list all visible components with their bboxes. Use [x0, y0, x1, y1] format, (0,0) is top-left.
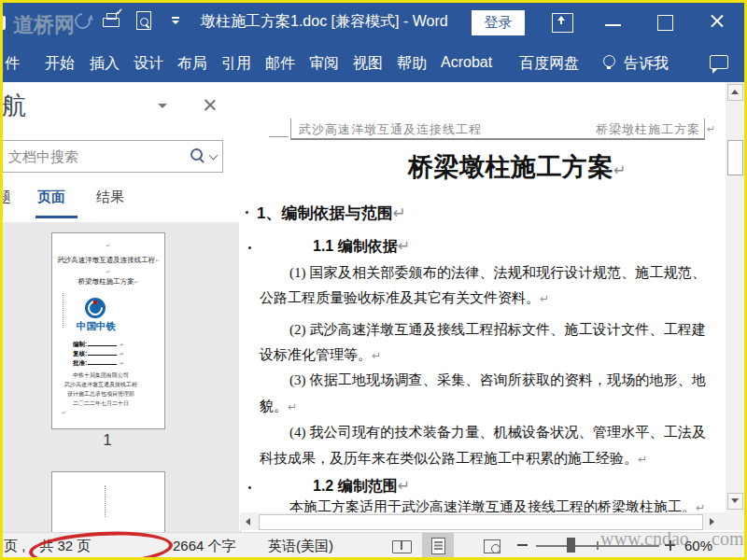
document-canvas[interactable]: 武沙高速洋墩互通及连接线工程 桥梁墩柱施工方案 ↵ 桥梁墩柱施工方案↵ 1、编制… — [240, 82, 726, 512]
crec-logo-text: 中国中铁 — [54, 320, 138, 333]
tab-review[interactable]: 审阅 — [309, 54, 339, 74]
header-right-text: 桥梁墩柱施工方案 — [596, 121, 700, 138]
web-layout-icon[interactable] — [484, 539, 500, 553]
outline-bullet-icon — [246, 211, 248, 214]
page-1-number: 1 — [51, 431, 163, 450]
body-line: 公路工程质量验收标准及其它有关文件资料。↵ — [260, 289, 549, 307]
comments-icon[interactable] — [710, 55, 728, 69]
navigation-pane: 导航 标题 页面 结果 ↵ 武沙高速洋墩互通及连接线工程↵ ↵ 桥梁墩柱施工方案… — [0, 82, 241, 532]
search-options-chevron-icon[interactable] — [209, 151, 218, 161]
tab-help[interactable]: 帮助 — [397, 54, 427, 74]
zoom-slider-center-tick — [597, 541, 599, 550]
page-thumbnail-list: ↵ 武沙高速洋墩互通及连接线工程↵ ↵ 桥梁墩柱施工方案↵ 中国中铁 编制:↵ … — [0, 222, 239, 532]
nav-tab-results[interactable]: 结果 — [96, 189, 124, 206]
watermark-top-left: 道桥网 — [13, 11, 75, 39]
thumb-cover-line2: 桥梁墩柱施工方案↵ — [52, 278, 164, 286]
print-layout-button[interactable] — [422, 533, 454, 557]
tab-tell-me[interactable]: 告诉我 — [624, 54, 669, 74]
quick-access-toolbar-more-icon[interactable] — [172, 17, 179, 24]
tab-baidu-netdisk[interactable]: 百度网盘 — [519, 54, 579, 74]
body-line: (1) 国家及相关部委颁布的法律、法规和现行设计规范、施工规范、 — [289, 264, 706, 282]
nav-pane-dropdown-icon[interactable] — [158, 104, 167, 108]
vertical-scrollbar-thumb[interactable] — [727, 140, 743, 175]
crec-logo — [85, 298, 106, 318]
zoom-out-icon[interactable] — [517, 544, 528, 546]
document-title: 桥梁墩柱施工方案↵ — [408, 150, 627, 184]
ribbon-tab-bar: 件 开始 插入 设计 布局 引用 邮件 审阅 视图 帮助 Acrobat 百度网… — [0, 43, 747, 82]
heading-1-2: 1.2 编制范围↵ — [313, 477, 410, 497]
watermark-bottom-right-2: com — [712, 528, 743, 550]
quick-print-icon[interactable]: ✓ — [103, 13, 120, 28]
close-icon[interactable] — [709, 13, 725, 29]
margin-corner-mark — [269, 136, 289, 137]
search-input[interactable] — [7, 146, 141, 166]
minimize-icon[interactable] — [605, 24, 621, 26]
scroll-right-icon[interactable] — [705, 514, 720, 529]
heading-1-1: 1.1 编制依据↵ — [313, 237, 410, 257]
nav-tab-underline — [35, 216, 78, 218]
nav-tab-headings[interactable]: 标题 — [0, 189, 11, 206]
tab-references[interactable]: 引用 — [221, 54, 251, 74]
nav-tab-pages[interactable]: 页面 — [37, 189, 65, 206]
document-search-box[interactable] — [0, 140, 223, 173]
print-preview-icon[interactable] — [136, 11, 151, 30]
tab-design[interactable]: 设计 — [134, 54, 163, 74]
body-line: 科技成果，及历年来在类似公路工程施工中积累的施工经验。↵ — [260, 450, 647, 468]
body-line: (2) 武沙高速洋墩互通及接线工程招标文件、施工设计文件、工程建 — [289, 321, 706, 339]
tell-me-bulb-icon — [603, 55, 615, 67]
read-mode-icon[interactable] — [392, 540, 412, 553]
outline-bullet-icon — [248, 246, 251, 249]
heading-1: 1、编制依据与范围↵ — [257, 203, 406, 224]
tab-layout[interactable]: 布局 — [177, 54, 207, 74]
body-line: 设标准化管理等。↵ — [260, 346, 381, 364]
page-header: 武沙高速洋墩互通及连接线工程 桥梁墩柱施工方案 — [290, 119, 705, 140]
thumb-cover-line1: 武沙高速洋墩互通及连接线工程↵ — [52, 257, 164, 264]
save-icon[interactable] — [0, 16, 6, 30]
scroll-left-icon[interactable] — [242, 514, 257, 529]
outline-bullet-icon — [248, 486, 251, 489]
tab-home[interactable]: 开始 — [45, 54, 75, 74]
page-1-thumbnail[interactable]: ↵ 武沙高速洋墩互通及连接线工程↵ ↵ 桥梁墩柱施工方案↵ 中国中铁 编制:↵ … — [51, 232, 165, 429]
scroll-up-icon[interactable] — [727, 84, 743, 101]
print-layout-icon — [431, 538, 445, 554]
scroll-down-icon[interactable] — [727, 493, 743, 510]
maximize-icon[interactable] — [657, 15, 673, 31]
search-icon[interactable] — [190, 148, 203, 161]
tab-insert[interactable]: 插入 — [90, 54, 120, 74]
nav-pane-close-icon[interactable] — [203, 98, 217, 112]
tab-mailings[interactable]: 邮件 — [265, 54, 295, 74]
tab-file[interactable]: 件 — [5, 54, 20, 74]
language-status[interactable]: 英语(美国) — [268, 538, 333, 555]
undo-icon[interactable] — [72, 10, 94, 33]
page-2-thumbnail[interactable] — [51, 471, 165, 533]
tab-acrobat[interactable]: Acrobat — [441, 54, 492, 71]
title-bar: ✓ 墩柱施工方案1.doc [兼容模式] - Word 登录 — [0, 0, 747, 43]
watermark-bottom-right: www.cndao — [600, 528, 689, 550]
vertical-scrollbar[interactable] — [726, 82, 743, 530]
window-title: 墩柱施工方案1.doc [兼容模式] - Word — [201, 12, 448, 32]
ribbon-display-options-icon[interactable] — [552, 13, 573, 33]
navigation-pane-title: 导航 — [0, 90, 26, 122]
tab-view[interactable]: 视图 — [353, 54, 383, 74]
sign-in-button[interactable]: 登录 — [472, 10, 525, 35]
body-line: (4) 我公司现有的技术装备力量、机械设备状况、管理水平、工法及 — [289, 424, 706, 441]
body-line: 貌。↵ — [260, 398, 297, 415]
body-line: 本施工方案适用于武沙高速洋墩互通及接线工程的桥梁墩柱施工。↵ — [289, 498, 705, 512]
word-count-status[interactable]: 2664 个字 — [173, 538, 236, 555]
zoom-slider-handle[interactable] — [567, 538, 575, 553]
header-left-text: 武沙高速洋墩互通及连接线工程 — [299, 121, 482, 138]
body-line: (3) 依据工地现场调查、采集、咨询所获取的资料，现场的地形、地 — [289, 371, 706, 389]
